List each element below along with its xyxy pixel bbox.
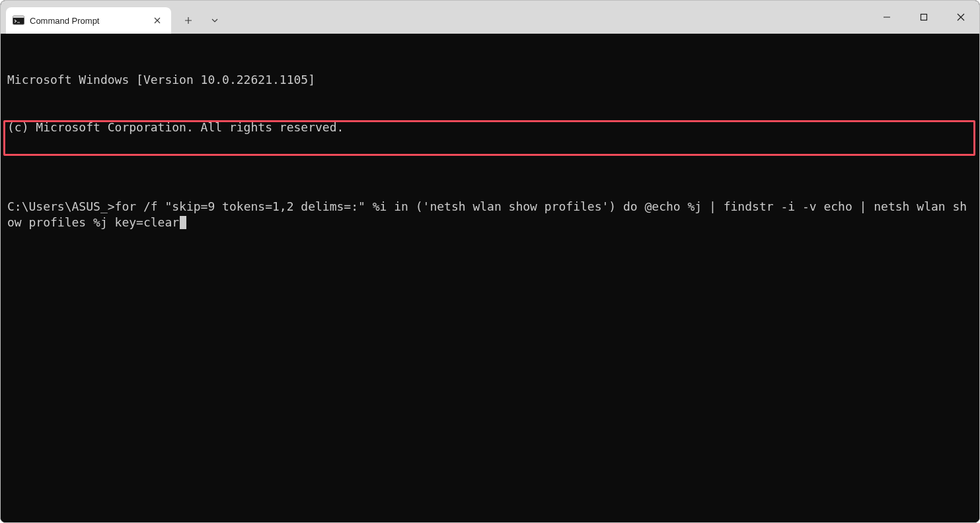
tabbar-actions bbox=[171, 1, 228, 34]
titlebar: Command Prompt bbox=[1, 1, 979, 34]
terminal-command-text: for /f "skip=9 tokens=1,2 delims=:" %i i… bbox=[7, 199, 967, 229]
terminal-command-line: C:\Users\ASUS_>for /f "skip=9 tokens=1,2… bbox=[7, 199, 973, 230]
close-window-button[interactable] bbox=[942, 1, 979, 34]
maximize-button[interactable] bbox=[905, 1, 942, 34]
svg-rect-1 bbox=[13, 16, 24, 18]
terminal-output-line: (c) Microsoft Corporation. All rights re… bbox=[7, 120, 973, 135]
tab-command-prompt[interactable]: Command Prompt bbox=[6, 7, 171, 34]
terminal-area[interactable]: Microsoft Windows [Version 10.0.22621.11… bbox=[1, 34, 979, 522]
svg-rect-4 bbox=[921, 15, 927, 20]
terminal-cursor bbox=[180, 216, 186, 229]
terminal-prompt: C:\Users\ASUS_> bbox=[7, 199, 115, 213]
tab-dropdown-button[interactable] bbox=[202, 7, 228, 34]
window-controls bbox=[868, 1, 979, 34]
terminal-window: Command Prompt Microsoft bbox=[0, 0, 980, 523]
minimize-button[interactable] bbox=[868, 1, 905, 34]
terminal-output-line: Microsoft Windows [Version 10.0.22621.11… bbox=[7, 72, 973, 88]
terminal-icon bbox=[13, 15, 24, 26]
tab-title: Command Prompt bbox=[30, 16, 146, 26]
tab-close-button[interactable] bbox=[151, 15, 163, 26]
new-tab-button[interactable] bbox=[175, 7, 202, 34]
